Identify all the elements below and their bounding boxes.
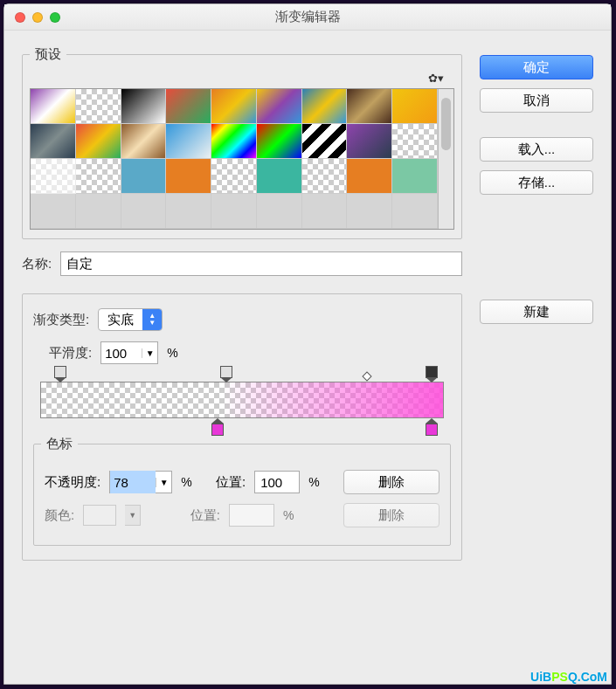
preset-swatch[interactable] [166, 89, 211, 124]
preset-swatch[interactable] [211, 159, 257, 194]
gradient-type-select[interactable]: 实底 ▲▼ [98, 308, 163, 331]
gradient-type-label: 渐变类型: [33, 312, 89, 328]
color-stop[interactable] [426, 418, 438, 434]
preset-swatch[interactable] [121, 124, 167, 159]
opacity-input[interactable]: ▼ [109, 471, 172, 493]
preset-swatch[interactable] [121, 89, 167, 124]
preset-swatch[interactable] [166, 124, 211, 159]
preset-blank [31, 194, 76, 229]
preset-swatch[interactable] [76, 124, 121, 159]
stops-group: 色标 不透明度: ▼ % 位置: % 删除 [33, 436, 451, 546]
preset-swatch[interactable] [257, 159, 302, 194]
name-label: 名称: [22, 256, 52, 272]
preset-blank [392, 194, 438, 229]
preset-swatch[interactable] [347, 89, 392, 124]
opacity-label: 不透明度: [45, 474, 100, 491]
preset-blank [347, 194, 392, 229]
percent-label: % [167, 346, 177, 360]
smoothness-input[interactable]: ▼ [100, 341, 158, 364]
delete-color-stop-button: 删除 [343, 503, 440, 527]
ok-button[interactable]: 确定 [480, 55, 593, 79]
midpoint-marker[interactable] [363, 371, 372, 381]
chevron-down-icon: ▼ [125, 505, 141, 526]
preset-swatch[interactable] [302, 159, 348, 194]
preset-blank [211, 194, 257, 229]
color-position-input [229, 504, 274, 527]
preset-swatch[interactable] [211, 124, 257, 159]
delete-opacity-stop-button[interactable]: 删除 [343, 470, 440, 494]
save-button[interactable]: 存储... [480, 170, 593, 195]
color-label: 颜色: [45, 507, 74, 524]
color-position-label: 位置: [190, 507, 220, 524]
preset-swatch[interactable] [302, 89, 348, 124]
preset-swatch[interactable] [257, 89, 302, 124]
preset-swatch[interactable] [166, 159, 211, 194]
name-input[interactable] [60, 251, 462, 276]
preset-swatch[interactable] [76, 159, 121, 194]
titlebar: 渐变编辑器 [4, 4, 611, 31]
preset-swatch[interactable] [392, 124, 438, 159]
color-stop[interactable] [211, 418, 224, 434]
opacity-stop[interactable] [54, 366, 66, 382]
preset-swatch[interactable] [31, 124, 76, 159]
preset-blank [121, 194, 167, 229]
preset-blank [257, 194, 302, 229]
preset-swatch[interactable] [347, 159, 392, 194]
preset-swatch[interactable] [392, 89, 438, 124]
preset-blank [166, 194, 211, 229]
preset-swatch[interactable] [31, 89, 76, 124]
preset-swatch[interactable] [302, 124, 348, 159]
presets-legend: 预设 [30, 46, 66, 63]
position-label: 位置: [216, 474, 246, 491]
cancel-button[interactable]: 取消 [480, 88, 593, 113]
presets-scrollbar[interactable] [438, 89, 453, 229]
gradient-ramp[interactable] [40, 382, 444, 418]
preset-swatch[interactable] [31, 159, 76, 194]
presets-gear-icon[interactable]: ✿⁠▾ [428, 72, 444, 85]
window-title: 渐变编辑器 [4, 9, 611, 25]
preset-swatch[interactable] [347, 124, 392, 159]
preset-grid [31, 89, 438, 229]
preset-blank [76, 194, 121, 229]
new-button[interactable]: 新建 [480, 300, 593, 324]
color-well [83, 505, 116, 526]
preset-swatch[interactable] [121, 159, 167, 194]
chevron-down-icon[interactable]: ▼ [142, 348, 157, 358]
opacity-stop[interactable] [426, 366, 438, 382]
opacity-stop[interactable] [220, 366, 232, 382]
watermark: UiBPSQ.CoM [530, 670, 607, 684]
smoothness-label: 平滑度: [49, 345, 92, 362]
chevron-updown-icon: ▲▼ [142, 309, 162, 330]
position-input[interactable] [254, 471, 300, 493]
presets-group: 预设 ✿⁠▾ [22, 46, 462, 239]
gradient-group: 渐变类型: 实底 ▲▼ 平滑度: ▼ % [22, 293, 462, 561]
preset-swatch[interactable] [257, 124, 302, 159]
preset-swatch[interactable] [211, 89, 257, 124]
load-button[interactable]: 载入... [480, 137, 593, 162]
preset-blank [302, 194, 348, 229]
stops-legend: 色标 [41, 436, 78, 452]
chevron-down-icon[interactable]: ▼ [156, 478, 171, 487]
preset-swatch[interactable] [76, 89, 121, 124]
preset-swatch[interactable] [392, 159, 438, 194]
